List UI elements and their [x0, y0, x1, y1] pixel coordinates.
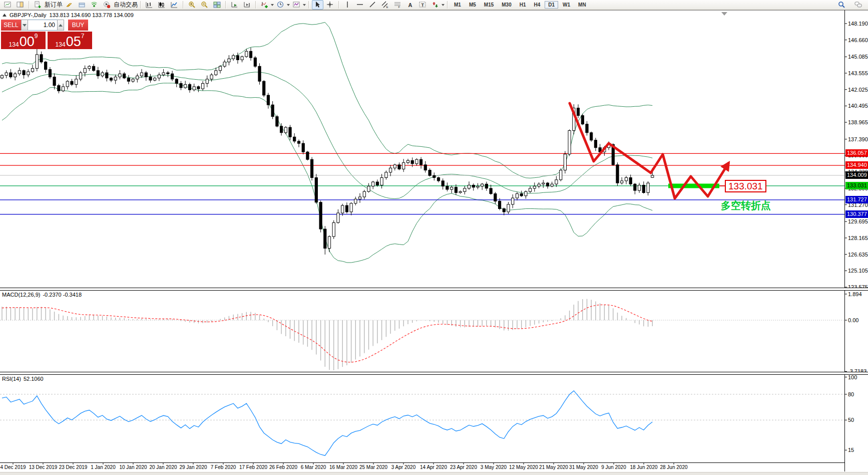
date-tick: 31 May 2020 [569, 464, 598, 470]
template-icon [291, 0, 302, 10]
toolbar-separator [225, 1, 226, 9]
price-callout[interactable]: 133.031 [725, 180, 766, 192]
line-chart-icon [169, 0, 180, 10]
timeframe-m1[interactable]: M1 [451, 1, 465, 9]
buy-price[interactable]: 134 05 7 [48, 32, 92, 49]
volume-decrease-button[interactable] [21, 20, 28, 31]
collapse-icon[interactable] [3, 14, 7, 17]
turning-point-label[interactable]: 多空转折点 [721, 199, 771, 212]
autotrading-button[interactable]: 自动交易 [101, 0, 138, 10]
autotrading-icon [101, 0, 113, 10]
text-icon[interactable]: A [404, 0, 416, 10]
rsi-header: RSI(14) 52.1060 [2, 376, 44, 382]
toolbar-separator [308, 1, 309, 9]
zoom-in-icon[interactable] [186, 0, 198, 10]
chat-icon[interactable] [852, 0, 864, 10]
text-label-icon[interactable]: T [416, 0, 429, 10]
new-chart-icon[interactable] [2, 0, 14, 10]
date-tick: 9 Jun 2020 [601, 464, 626, 470]
date-tick: 3 May 2020 [481, 464, 507, 470]
timeframe-h1[interactable]: H1 [516, 1, 530, 9]
period-icon[interactable] [274, 0, 290, 10]
date-tick: 18 Jun 2020 [630, 464, 657, 470]
date-tick: 3 Apr 2020 [391, 464, 415, 470]
date-tick: 10 Jan 2020 [119, 464, 147, 470]
timeframe-m5[interactable]: M5 [466, 1, 480, 9]
signals-icon[interactable] [88, 0, 101, 10]
svg-text:A: A [408, 2, 412, 8]
timeframe-w1[interactable]: W1 [559, 1, 574, 9]
date-tick: 13 Dec 2019 [29, 464, 58, 470]
chart-shift-icon[interactable] [241, 0, 253, 10]
arrows-icon[interactable] [429, 0, 445, 10]
sell-price-prefix: 134 [9, 41, 19, 48]
arrows-icon [429, 0, 441, 10]
vertical-line-icon[interactable] [341, 0, 354, 10]
buy-price-prefix: 134 [56, 41, 66, 48]
add-indicator-icon [259, 0, 270, 10]
price-flag: 133.031 [845, 182, 868, 189]
volume-input[interactable] [28, 20, 57, 31]
date-tick: 28 Jun 2020 [660, 464, 687, 470]
price-tick: 143.555 [848, 71, 868, 76]
crosshair-icon[interactable] [324, 0, 336, 10]
timeframe-mn[interactable]: MN [575, 1, 590, 9]
new-chart-icon [2, 0, 14, 10]
search-icon[interactable] [836, 0, 847, 10]
text-label-icon: T [417, 0, 428, 10]
candle-chart-icon[interactable] [156, 0, 168, 10]
symbol-period-label: GBPJPY-,Daily [10, 12, 47, 18]
macd-values: -0.2370 -0.3418 [43, 292, 82, 298]
timeframe-m30[interactable]: M30 [498, 1, 515, 9]
sell-button[interactable]: SELL [1, 20, 21, 31]
timeframe-d1[interactable]: D1 [545, 1, 558, 9]
line-chart-icon[interactable] [168, 0, 181, 10]
macd-tick: 0.00 [848, 318, 858, 323]
price-tick: 138.965 [848, 120, 868, 125]
macd-label: MACD(12,26,9) [2, 292, 40, 298]
timeframe-m15[interactable]: M15 [481, 1, 497, 9]
svg-text:T: T [421, 3, 424, 8]
chart-title: GBPJPY-,Daily 133.813 134.690 133.778 13… [3, 12, 134, 18]
panel-divider-rsi[interactable] [0, 372, 868, 375]
buy-price-sup: 7 [81, 33, 85, 39]
metaeditor-icon[interactable] [63, 0, 76, 10]
auto-scroll-icon[interactable] [228, 0, 241, 10]
add-indicator-icon[interactable] [258, 0, 274, 10]
date-tick: 12 May 2020 [509, 464, 538, 470]
trendline-icon[interactable] [366, 0, 379, 10]
new-order-icon [32, 0, 44, 10]
tile-windows-icon[interactable] [211, 0, 223, 10]
timeframe-h4[interactable]: H4 [531, 1, 544, 9]
bar-chart-icon[interactable] [143, 0, 156, 10]
chart-shift-icon [241, 0, 253, 10]
horizontal-line-icon [354, 0, 366, 10]
price-tick: 142.025 [848, 87, 868, 93]
fibonacci-icon: F [392, 0, 403, 10]
equidistant-channel-icon[interactable]: E [379, 0, 391, 10]
svg-text:F: F [398, 6, 400, 9]
price-tick: 129.695 [848, 219, 868, 224]
new-order-button[interactable]: 新订单 [32, 0, 63, 10]
panel-divider-macd[interactable] [0, 288, 868, 291]
chart-canvas[interactable] [0, 0, 868, 475]
autotrading-label: 自动交易 [114, 1, 138, 9]
macd-header: MACD(12,26,9) -0.2370 -0.3418 [2, 292, 82, 298]
template-icon[interactable] [290, 0, 306, 10]
sell-price[interactable]: 134 00 9 [1, 32, 46, 49]
toolbar-separator [183, 1, 184, 9]
signals-icon [89, 0, 100, 10]
terminal-icon[interactable] [76, 0, 88, 10]
volume-increase-button[interactable] [57, 20, 64, 31]
zoom-out-icon[interactable] [198, 0, 211, 10]
price-flag: 136.057 [845, 149, 868, 157]
spacer [64, 20, 68, 31]
rsi-tick: 80 [848, 392, 854, 397]
horizontal-line-icon[interactable] [354, 0, 366, 10]
fibonacci-icon[interactable]: F [391, 0, 404, 10]
text-icon: A [404, 0, 416, 10]
profiles-icon[interactable] [14, 0, 27, 10]
cursor-icon[interactable] [311, 0, 324, 10]
buy-button[interactable]: BUY [68, 20, 88, 31]
cursor-icon [312, 0, 323, 10]
